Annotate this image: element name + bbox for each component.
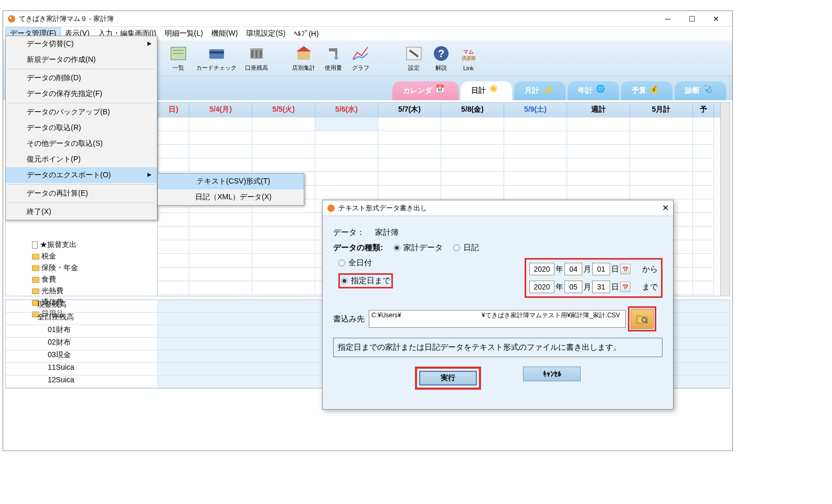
grid-cell[interactable] [504, 117, 567, 131]
grid-cell[interactable] [630, 145, 693, 158]
to-day-input[interactable] [592, 281, 610, 293]
grid-cell[interactable] [315, 186, 378, 199]
destination-path-input[interactable]: C:¥Users¥ ¥てきぱき家計簿マムテスト用¥家計簿_家計.CSV [369, 310, 626, 328]
grid-cell[interactable] [378, 158, 441, 172]
grid-cell[interactable] [441, 131, 504, 145]
grid-cell[interactable] [567, 117, 630, 131]
grid-cell[interactable] [693, 158, 714, 172]
menu-entry[interactable]: データの削除(D) [6, 70, 157, 86]
col-header[interactable]: 5/5(火) [252, 103, 315, 117]
col-header[interactable]: 5/8(金) [441, 103, 504, 117]
grid-cell[interactable] [630, 158, 693, 172]
to-calendar-button[interactable]: 📅 [620, 282, 631, 292]
menu-entry[interactable]: データの保存先指定(F) [6, 86, 157, 102]
grid-cell[interactable] [693, 172, 714, 186]
from-year-input[interactable] [529, 263, 554, 275]
tab-calendar[interactable]: カレンダ📅 [392, 81, 458, 100]
tab-budget[interactable]: 予算💰 [621, 81, 673, 100]
grid-cell[interactable] [567, 186, 630, 199]
grid-cell[interactable] [378, 117, 441, 131]
grid-cell[interactable] [441, 186, 504, 199]
grid-cell[interactable] [189, 158, 252, 172]
menu-entry[interactable]: データの取込(R) [6, 120, 157, 136]
grid-cell[interactable] [504, 131, 567, 145]
tool-list[interactable]: 一覧 [165, 42, 192, 74]
col-header[interactable]: 日) [158, 103, 189, 117]
grid-cell[interactable] [693, 227, 714, 240]
grid-cell[interactable] [693, 267, 714, 281]
grid-cell[interactable] [158, 267, 189, 281]
menu-entry[interactable]: データのバックアップ(B) [6, 104, 157, 120]
menu-entry[interactable]: データ切替(C)▶ [6, 36, 157, 52]
menu-detail-list[interactable]: 明細一覧(L) [161, 28, 207, 39]
menu-entry[interactable]: データのエクスポート(O)▶ [6, 167, 157, 183]
grid-cell[interactable] [693, 186, 714, 199]
grid-cell[interactable] [315, 172, 378, 186]
grid-cell[interactable] [378, 145, 441, 158]
tool-link[interactable]: マム倶楽部Link [455, 43, 482, 73]
grid-cell[interactable] [693, 213, 714, 227]
tree-node[interactable]: 光熱費 [6, 285, 157, 297]
col-header[interactable]: 5/6(水) [315, 103, 378, 117]
grid-cell[interactable] [315, 158, 378, 172]
tab-yearly[interactable]: 年計🌐 [568, 81, 619, 100]
grid-cell[interactable] [189, 131, 252, 145]
grid-cell[interactable] [158, 213, 189, 227]
grid-cell[interactable] [693, 281, 714, 295]
grid-cell[interactable] [252, 158, 315, 172]
tool-graph[interactable]: グラフ [347, 42, 374, 74]
grid-cell[interactable] [158, 240, 189, 254]
grid-cell[interactable] [378, 186, 441, 199]
tree-node[interactable]: 保険・年金 [6, 262, 157, 274]
dialog-close-button[interactable]: ✕ [662, 203, 669, 213]
grid-cell[interactable] [189, 267, 252, 281]
menu-entry[interactable]: 新規データの作成(N) [6, 52, 157, 68]
menu-settings[interactable]: 環境設定(S) [242, 28, 290, 39]
grid-cell[interactable] [158, 131, 189, 145]
tree-node[interactable]: ★振替支出 [6, 239, 157, 251]
grid-cell[interactable] [504, 172, 567, 186]
tool-help[interactable]: ?解説 [428, 42, 455, 74]
radio-diary[interactable] [453, 244, 460, 251]
tree-node[interactable]: 税金 [6, 251, 157, 262]
grid-cell[interactable] [441, 145, 504, 158]
close-button[interactable]: ✕ [704, 12, 728, 26]
grid-cell[interactable] [441, 158, 504, 172]
grid-cell[interactable] [504, 158, 567, 172]
from-day-input[interactable] [592, 263, 610, 275]
grid-cell[interactable] [158, 117, 189, 131]
tool-settings[interactable]: 設定 [400, 42, 428, 74]
from-calendar-button[interactable]: 📅 [620, 264, 631, 274]
grid-cell[interactable] [693, 131, 714, 145]
grid-cell[interactable] [567, 145, 630, 158]
grid-cell[interactable] [189, 254, 252, 267]
col-header[interactable]: 5/9(土) [504, 103, 567, 117]
menu-entry[interactable]: その他データの取込(S) [6, 136, 157, 152]
minimize-button[interactable]: ─ [656, 12, 680, 26]
tool-store-summary[interactable]: 店別集計 [288, 42, 319, 74]
col-header[interactable]: 予 [693, 103, 714, 117]
grid-cell[interactable] [158, 254, 189, 267]
col-header[interactable]: 週計 [567, 103, 630, 117]
grid-cell[interactable] [252, 254, 315, 267]
vertical-scrollbar[interactable] [720, 103, 730, 296]
grid-cell[interactable] [315, 145, 378, 158]
grid-cell[interactable] [378, 131, 441, 145]
grid-cell[interactable] [630, 186, 693, 199]
tool-usage[interactable]: 使用量 [319, 42, 347, 74]
grid-cell[interactable] [252, 145, 315, 158]
grid-cell[interactable] [189, 281, 252, 295]
grid-cell[interactable] [189, 227, 252, 240]
col-header[interactable]: 5/4(月) [189, 103, 252, 117]
grid-cell[interactable] [252, 240, 315, 254]
tab-monthly[interactable]: 月計🌙 [514, 81, 566, 100]
tree-node[interactable]: 食費 [6, 274, 157, 285]
to-month-input[interactable] [564, 281, 582, 293]
grid-cell[interactable] [378, 172, 441, 186]
grid-cell[interactable] [504, 145, 567, 158]
grid-cell[interactable] [567, 131, 630, 145]
grid-cell[interactable] [693, 199, 714, 213]
from-month-input[interactable] [564, 263, 582, 275]
radio-until-date[interactable] [341, 277, 348, 284]
tab-daily[interactable]: 日計☀️ [461, 81, 512, 100]
